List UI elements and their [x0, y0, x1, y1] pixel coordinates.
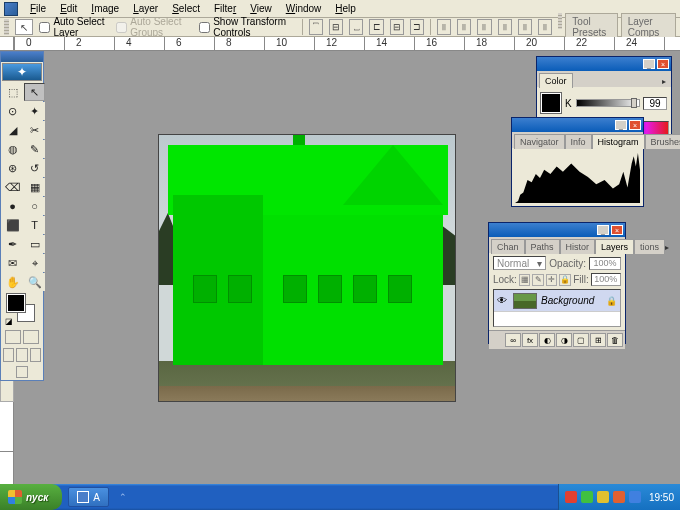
- align-bottom-icon[interactable]: ⎵: [349, 19, 363, 35]
- crop-tool[interactable]: ◢: [2, 121, 23, 139]
- align-top-icon[interactable]: ⎴: [309, 19, 323, 35]
- distribute-top-icon[interactable]: ⫴: [437, 19, 451, 35]
- layer-mask-icon[interactable]: ◐: [539, 333, 555, 347]
- k-slider[interactable]: [576, 99, 640, 107]
- tray-icon[interactable]: [565, 491, 577, 503]
- slice-tool[interactable]: ✂: [24, 121, 45, 139]
- align-vcenter-icon[interactable]: ⊟: [329, 19, 343, 35]
- distribute-right-icon[interactable]: ⫴: [538, 19, 552, 35]
- panel-menu-icon[interactable]: ▸: [659, 75, 669, 87]
- color-panel-swatch[interactable]: [541, 93, 561, 113]
- eyedropper-tool[interactable]: ⌖: [24, 254, 45, 272]
- distribute-bottom-icon[interactable]: ⫴: [477, 19, 491, 35]
- k-value-input[interactable]: 99: [643, 97, 667, 110]
- notes-tool[interactable]: ✉: [2, 254, 23, 272]
- close-icon[interactable]: ×: [657, 59, 669, 69]
- new-group-icon[interactable]: ▢: [573, 333, 589, 347]
- lock-all-icon[interactable]: 🔒: [559, 274, 571, 286]
- hand-tool[interactable]: ✋: [2, 273, 23, 291]
- visibility-eye-icon[interactable]: 👁: [497, 295, 509, 306]
- opacity-input[interactable]: 100%: [589, 257, 621, 270]
- new-fill-layer-icon[interactable]: ◑: [556, 333, 572, 347]
- dodge-tool[interactable]: ○: [24, 197, 45, 215]
- history-brush-tool[interactable]: ↺: [24, 159, 45, 177]
- menu-layer[interactable]: Layer: [127, 1, 164, 16]
- rectangle-tool[interactable]: ▭: [24, 235, 45, 253]
- toolbox-titlebar[interactable]: [1, 52, 43, 62]
- blur-tool[interactable]: ●: [2, 197, 23, 215]
- align-left-icon[interactable]: ⊏: [369, 19, 383, 35]
- ruler-origin[interactable]: [0, 37, 14, 51]
- tab-layers[interactable]: Layers: [595, 239, 634, 254]
- gradient-tool[interactable]: ▦: [24, 178, 45, 196]
- layer-row-background[interactable]: 👁 Background 🔒: [494, 290, 620, 312]
- tab-info[interactable]: Info: [565, 134, 592, 149]
- brush-tool[interactable]: ✎: [24, 140, 45, 158]
- tab-paths[interactable]: Paths: [525, 239, 560, 254]
- current-tool-thumb[interactable]: ↖: [15, 19, 34, 35]
- new-layer-icon[interactable]: ⊞: [590, 333, 606, 347]
- histogram-panel-titlebar[interactable]: _ ×: [512, 118, 643, 132]
- menu-filter[interactable]: Filter: [208, 1, 242, 16]
- menu-view[interactable]: View: [244, 1, 278, 16]
- tab-navigator[interactable]: Navigator: [514, 134, 565, 149]
- start-button[interactable]: пуск: [0, 484, 62, 510]
- layer-style-icon[interactable]: fx: [522, 333, 538, 347]
- delete-layer-icon[interactable]: 🗑: [607, 333, 623, 347]
- clone-stamp-tool[interactable]: ⊛: [2, 159, 23, 177]
- distribute-hcenter-icon[interactable]: ⫴: [518, 19, 532, 35]
- tray-icon[interactable]: [629, 491, 641, 503]
- distribute-left-icon[interactable]: ⫴: [498, 19, 512, 35]
- menu-help[interactable]: Help: [329, 1, 362, 16]
- path-selection-tool[interactable]: ⬛: [2, 216, 23, 234]
- foreground-color-swatch[interactable]: [7, 294, 25, 312]
- menu-edit[interactable]: Edit: [54, 1, 83, 16]
- minimize-icon[interactable]: _: [643, 59, 655, 69]
- auto-select-layer-checkbox[interactable]: Auto Select Layer: [39, 16, 110, 38]
- taskbar-chevron-icon[interactable]: ⌃: [119, 492, 127, 502]
- fill-input[interactable]: 100%: [591, 273, 621, 286]
- link-layers-icon[interactable]: ∞: [505, 333, 521, 347]
- pen-tool[interactable]: ✒: [2, 235, 23, 253]
- options-grabber[interactable]: [4, 19, 9, 35]
- rectangular-marquee-tool[interactable]: ⬚: [2, 83, 23, 101]
- default-colors-icon[interactable]: ◪: [5, 317, 13, 326]
- healing-brush-tool[interactable]: ◍: [2, 140, 23, 158]
- slider-thumb[interactable]: [631, 98, 637, 108]
- menu-image[interactable]: Image: [85, 1, 125, 16]
- document-canvas[interactable]: [158, 134, 456, 402]
- tray-icon[interactable]: [581, 491, 593, 503]
- show-transform-checkbox[interactable]: Show Transform Controls: [199, 16, 296, 38]
- blend-mode-dropdown[interactable]: Normal: [493, 256, 546, 270]
- magic-wand-tool[interactable]: ✦: [24, 102, 45, 120]
- move-tool[interactable]: ↖: [24, 83, 45, 101]
- screen-mode-standard-icon[interactable]: [3, 348, 14, 362]
- taskbar-app-button[interactable]: A: [68, 487, 109, 507]
- color-panel-titlebar[interactable]: _ ×: [537, 57, 671, 71]
- eraser-tool[interactable]: ⌫: [2, 178, 23, 196]
- quick-mask-mode-icon[interactable]: [23, 330, 39, 344]
- well-grabber[interactable]: [558, 13, 562, 29]
- align-right-icon[interactable]: ⊐: [410, 19, 424, 35]
- jump-to-imageready-icon[interactable]: [16, 366, 28, 378]
- distribute-vcenter-icon[interactable]: ⫴: [457, 19, 471, 35]
- align-hcenter-icon[interactable]: ⊟: [390, 19, 404, 35]
- tray-icon[interactable]: [597, 491, 609, 503]
- zoom-tool[interactable]: 🔍: [24, 273, 45, 291]
- tab-actions[interactable]: tions: [634, 239, 665, 254]
- tab-color[interactable]: Color: [539, 73, 573, 88]
- menu-file[interactable]: FFileile: [24, 1, 52, 16]
- lock-position-icon[interactable]: ✛: [546, 274, 557, 286]
- tray-icon[interactable]: [613, 491, 625, 503]
- menu-select[interactable]: Select: [166, 1, 206, 16]
- lasso-tool[interactable]: ⊙: [2, 102, 23, 120]
- lock-image-icon[interactable]: ✎: [532, 274, 543, 286]
- horizontal-ruler[interactable]: 0 2 4 6 8 10 12 14 16 18 20 22 24: [14, 37, 680, 51]
- type-tool[interactable]: T: [24, 216, 45, 234]
- taskbar-clock[interactable]: 19:50: [649, 492, 674, 503]
- tab-brushes[interactable]: Brushes: [645, 134, 680, 149]
- menu-window[interactable]: Window: [280, 1, 328, 16]
- standard-mode-icon[interactable]: [5, 330, 21, 344]
- minimize-icon[interactable]: _: [615, 120, 627, 130]
- photoshop-logo-icon[interactable]: ✦: [2, 63, 42, 81]
